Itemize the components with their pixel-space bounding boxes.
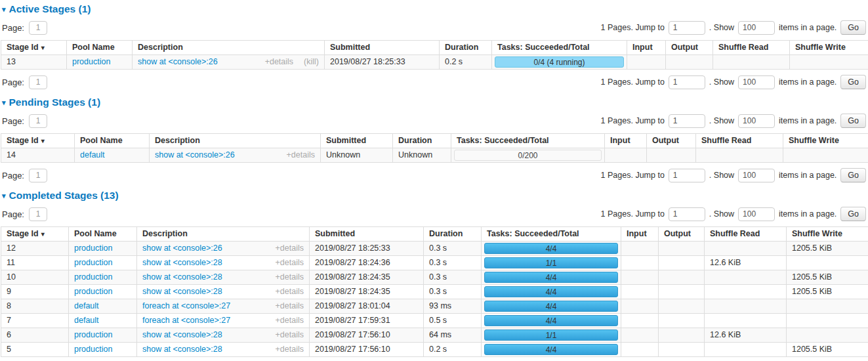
task-progress-bar: 4/4 bbox=[484, 243, 618, 254]
column-header-description[interactable]: Description bbox=[133, 41, 325, 55]
description-link[interactable]: foreach at <console>:27 bbox=[142, 301, 230, 311]
column-header-input[interactable]: Input bbox=[621, 227, 659, 242]
tasks-cell: 4/4 bbox=[482, 270, 621, 285]
show-items-input-active-top[interactable] bbox=[738, 21, 775, 35]
column-header-tasks-succeeded-total[interactable]: Tasks: Succeeded/Total bbox=[492, 41, 627, 55]
page-number-input-active-top[interactable] bbox=[29, 21, 47, 35]
description-link[interactable]: show at <console>:28 bbox=[142, 330, 222, 340]
column-header-shuffle-read[interactable]: Shuffle Read bbox=[705, 227, 787, 242]
go-button-pending-bottom[interactable]: Go bbox=[840, 168, 866, 182]
column-header-duration[interactable]: Duration bbox=[393, 134, 451, 148]
page-number-input-pending-bottom[interactable] bbox=[29, 169, 47, 182]
jump-to-page-input-completed-top[interactable] bbox=[669, 207, 705, 221]
section-title: Completed Stages (13) bbox=[9, 190, 119, 201]
description-link[interactable]: show at <console>:28 bbox=[142, 258, 222, 268]
column-header-pool-name[interactable]: Pool Name bbox=[69, 227, 137, 242]
details-toggle-link[interactable]: +details bbox=[276, 330, 304, 340]
jump-to-page-input-pending-bottom[interactable] bbox=[669, 169, 705, 182]
stage-id-cell: 9 bbox=[1, 285, 69, 299]
show-items-input-pending-top[interactable] bbox=[738, 114, 775, 128]
column-header-shuffle-read[interactable]: Shuffle Read bbox=[696, 134, 783, 148]
pool-name-link[interactable]: default bbox=[80, 150, 105, 159]
kill-link[interactable]: (kill) bbox=[304, 57, 319, 67]
page-number-input-active-bottom[interactable] bbox=[29, 75, 47, 89]
pool-name-link[interactable]: production bbox=[74, 272, 112, 282]
section-heading-active[interactable]: ▾Active Stages (1) bbox=[2, 3, 866, 15]
column-header-shuffle-write[interactable]: Shuffle Write bbox=[787, 227, 868, 242]
details-toggle-link[interactable]: +details bbox=[287, 150, 315, 160]
description-link[interactable]: foreach at <console>:27 bbox=[142, 316, 230, 326]
show-items-input-completed-top[interactable] bbox=[738, 207, 775, 221]
go-button-pending-top[interactable]: Go bbox=[840, 114, 866, 128]
column-header-stage-id[interactable]: Stage Id▾ bbox=[1, 134, 75, 148]
page-number-input-completed-top[interactable] bbox=[29, 207, 47, 221]
show-items-input-pending-bottom[interactable] bbox=[738, 169, 775, 182]
details-toggle-link[interactable]: +details bbox=[276, 287, 304, 297]
jump-to-page-input-active-bottom[interactable] bbox=[669, 75, 705, 89]
details-toggle-link[interactable]: +details bbox=[276, 244, 304, 253]
column-header-output[interactable]: Output bbox=[659, 227, 705, 242]
pagination-row-completed-top: Page:1 Pages. Jump to. Showitems in a pa… bbox=[2, 207, 866, 221]
column-header-description[interactable]: Description bbox=[150, 134, 321, 148]
column-header-tasks-succeeded-total[interactable]: Tasks: Succeeded/Total bbox=[482, 227, 621, 242]
pool-name-link[interactable]: production bbox=[72, 57, 110, 66]
column-header-input[interactable]: Input bbox=[627, 41, 666, 55]
section-heading-completed[interactable]: ▾Completed Stages (13) bbox=[2, 190, 866, 202]
column-header-output[interactable]: Output bbox=[666, 41, 713, 55]
column-header-label: Input bbox=[610, 136, 630, 145]
task-progress-bar: 1/1 bbox=[484, 257, 618, 268]
column-header-tasks-succeeded-total[interactable]: Tasks: Succeeded/Total bbox=[451, 134, 605, 148]
pagination-row-pending-bottom: Page:1 Pages. Jump to. Showitems in a pa… bbox=[2, 168, 866, 182]
go-button-active-top[interactable]: Go bbox=[840, 20, 866, 35]
stage-row: 10productionshow at <console>:28+details… bbox=[1, 270, 868, 285]
details-toggle-link[interactable]: +details bbox=[276, 301, 304, 311]
show-items-input-active-bottom[interactable] bbox=[738, 75, 775, 89]
column-header-duration[interactable]: Duration bbox=[440, 41, 492, 55]
go-button-completed-top[interactable]: Go bbox=[840, 207, 866, 221]
description-link[interactable]: show at <console>:26 bbox=[138, 57, 218, 67]
column-header-label: Submitted bbox=[326, 136, 366, 145]
description-link[interactable]: show at <console>:26 bbox=[155, 150, 235, 160]
column-header-shuffle-read[interactable]: Shuffle Read bbox=[713, 41, 790, 55]
pool-name-link[interactable]: default bbox=[74, 316, 99, 325]
pagination-row-pending-top: Page:1 Pages. Jump to. Showitems in a pa… bbox=[2, 114, 866, 128]
description-link[interactable]: show at <console>:26 bbox=[142, 244, 222, 253]
description-link[interactable]: show at <console>:28 bbox=[142, 272, 222, 282]
details-toggle-link[interactable]: +details bbox=[276, 258, 304, 268]
column-header-shuffle-write[interactable]: Shuffle Write bbox=[783, 134, 868, 148]
column-header-output[interactable]: Output bbox=[647, 134, 696, 148]
column-header-description[interactable]: Description bbox=[137, 227, 310, 242]
output-cell bbox=[659, 314, 705, 328]
column-header-stage-id[interactable]: Stage Id▾ bbox=[1, 41, 67, 55]
go-button-active-bottom[interactable]: Go bbox=[840, 75, 866, 89]
jump-to-page-input-active-top[interactable] bbox=[669, 21, 705, 35]
pool-name-link[interactable]: production bbox=[74, 330, 112, 339]
column-header-duration[interactable]: Duration bbox=[424, 227, 482, 242]
column-header-submitted[interactable]: Submitted bbox=[310, 227, 424, 242]
column-header-input[interactable]: Input bbox=[605, 134, 647, 148]
column-header-shuffle-write[interactable]: Shuffle Write bbox=[790, 41, 868, 55]
pool-name-link[interactable]: production bbox=[74, 345, 112, 354]
details-toggle-link[interactable]: +details bbox=[276, 316, 304, 326]
stages-page: ▾Active Stages (1)Page:1 Pages. Jump to.… bbox=[1, 3, 867, 357]
details-toggle-link[interactable]: +details bbox=[276, 345, 304, 354]
column-header-pool-name[interactable]: Pool Name bbox=[75, 134, 150, 148]
column-header-pool-name[interactable]: Pool Name bbox=[67, 41, 133, 55]
section-heading-pending[interactable]: ▾Pending Stages (1) bbox=[2, 96, 866, 108]
output-cell bbox=[659, 270, 705, 285]
column-header-submitted[interactable]: Submitted bbox=[321, 134, 393, 148]
column-header-submitted[interactable]: Submitted bbox=[325, 41, 440, 55]
description-link[interactable]: show at <console>:28 bbox=[142, 345, 222, 354]
pool-name-link[interactable]: production bbox=[74, 287, 112, 296]
column-header-stage-id[interactable]: Stage Id▾ bbox=[1, 227, 69, 242]
details-toggle-link[interactable]: +details bbox=[276, 272, 304, 282]
pool-name-link[interactable]: production bbox=[74, 258, 112, 267]
description-link[interactable]: show at <console>:28 bbox=[142, 287, 222, 297]
jump-to-page-input-pending-top[interactable] bbox=[669, 114, 705, 128]
pool-name-link[interactable]: default bbox=[74, 301, 99, 310]
details-toggle-link[interactable]: +details bbox=[265, 57, 293, 67]
pool-name-cell: production bbox=[69, 285, 137, 299]
pages-total-text: 1 Pages. Jump to bbox=[601, 23, 665, 32]
pool-name-link[interactable]: production bbox=[74, 244, 112, 253]
page-number-input-pending-top[interactable] bbox=[29, 114, 47, 128]
